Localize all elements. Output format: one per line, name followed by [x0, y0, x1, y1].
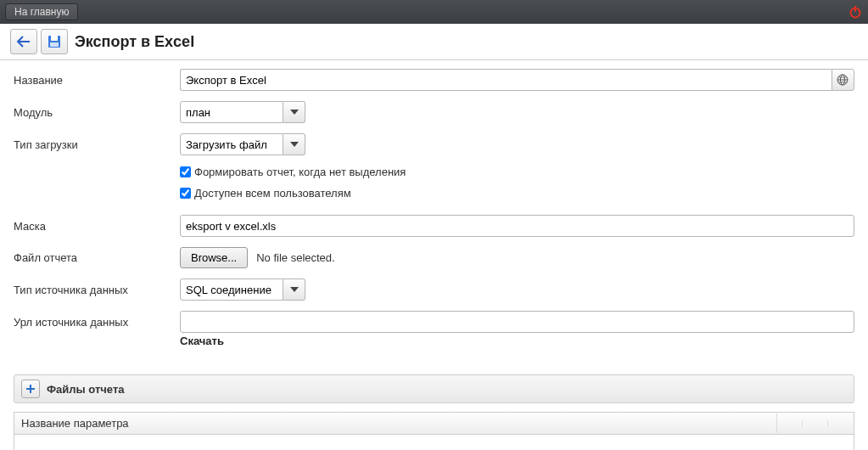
chevron-down-icon — [290, 142, 299, 147]
power-icon[interactable] — [848, 4, 863, 20]
module-label: Модуль — [14, 106, 180, 119]
load-type-dropdown-button[interactable] — [283, 133, 305, 155]
page-title: Экспорт в Excel — [75, 33, 194, 51]
grid-col-action-3[interactable] — [828, 420, 854, 427]
grid-col-parameter-name[interactable]: Название параметра — [14, 413, 777, 433]
save-icon — [47, 34, 62, 49]
load-type-input[interactable] — [180, 133, 283, 155]
parameters-grid: Название параметра — [14, 412, 854, 450]
plus-icon — [25, 384, 36, 394]
mask-input[interactable] — [180, 215, 854, 237]
source-url-input[interactable] — [180, 311, 854, 333]
section-title: Файлы отчета — [47, 383, 124, 396]
name-input[interactable] — [180, 69, 832, 91]
back-button[interactable] — [10, 29, 37, 54]
source-type-label: Тип источника данных — [14, 284, 180, 296]
module-combo[interactable] — [180, 101, 307, 123]
no-file-text: No file selected. — [256, 251, 335, 264]
grid-body — [14, 435, 854, 450]
add-report-file-button[interactable] — [21, 380, 40, 398]
toolbar: Экспорт в Excel — [0, 24, 868, 60]
section-header: Файлы отчета — [14, 374, 854, 403]
topbar: На главную — [0, 0, 868, 24]
generate-report-checkbox-label: Формировать отчет, когда нет выделения — [194, 166, 406, 178]
available-all-checkbox-label: Доступен всем пользователям — [194, 187, 351, 200]
browse-button[interactable]: Browse... — [180, 247, 248, 268]
source-type-input[interactable] — [180, 278, 283, 301]
report-files-section: Файлы отчета — [14, 374, 854, 403]
grid-col-action-1[interactable] — [777, 420, 803, 427]
globe-button[interactable] — [832, 69, 854, 91]
svg-rect-3 — [51, 36, 58, 41]
source-url-label: Урл источника данных — [14, 316, 180, 329]
source-type-dropdown-button[interactable] — [283, 278, 305, 301]
report-file-label: Файл отчета — [14, 251, 180, 264]
name-label: Название — [14, 74, 180, 87]
available-all-checkbox[interactable] — [180, 188, 191, 199]
chevron-down-icon — [290, 110, 299, 115]
chevron-down-icon — [290, 287, 299, 292]
globe-icon — [837, 74, 848, 86]
generate-report-checkbox[interactable] — [180, 166, 191, 177]
load-type-combo[interactable] — [180, 133, 307, 155]
grid-col-action-2[interactable] — [803, 420, 828, 427]
load-type-label: Тип загрузки — [14, 138, 180, 151]
module-dropdown-button[interactable] — [283, 101, 305, 123]
download-link[interactable]: Скачать — [180, 335, 854, 347]
mask-label: Маска — [14, 220, 180, 233]
home-button[interactable]: На главную — [5, 3, 78, 20]
svg-rect-4 — [50, 42, 59, 47]
form-area: Название Модуль Тип загрузки — [0, 60, 868, 366]
grid-header: Название параметра — [14, 413, 854, 435]
source-type-combo[interactable] — [180, 278, 307, 301]
arrow-left-icon — [16, 36, 31, 48]
save-button[interactable] — [41, 29, 68, 54]
module-input[interactable] — [180, 101, 283, 123]
